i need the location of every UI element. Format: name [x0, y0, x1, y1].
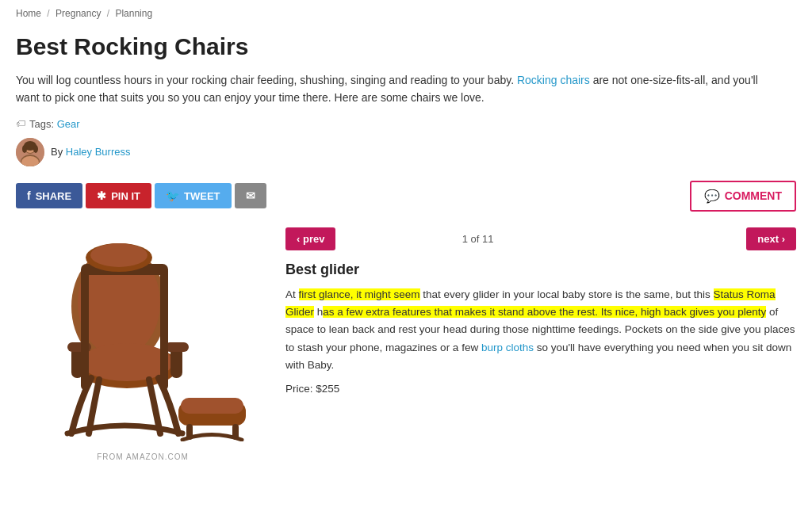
comment-button[interactable]: 💬 COMMENT: [690, 181, 796, 212]
comment-icon: 💬: [704, 189, 720, 204]
author-name: By Haley Burress: [51, 146, 130, 158]
email-share-button[interactable]: ✉: [235, 183, 266, 208]
twitter-icon: 🐦: [166, 189, 179, 202]
svg-rect-17: [160, 267, 168, 390]
svg-rect-22: [181, 398, 243, 414]
next-button[interactable]: next ›: [746, 227, 796, 250]
article-column: ‹ prev 1 of 11 next › Best glider At fir…: [285, 227, 796, 399]
breadcrumb: Home / Pregnancy / Planning: [16, 8, 796, 19]
slide-text: At first glance, it might seem that ever…: [285, 286, 796, 374]
chair-image-wrap: [16, 227, 270, 449]
content-area: FROM AMAZON.COM ‹ prev 1 of 11 next › Be…: [16, 227, 796, 461]
tags-row: 🏷 Tags: Gear: [16, 118, 796, 130]
intro-text: You will log countless hours in your roc…: [16, 71, 777, 107]
image-source-label: FROM AMAZON.COM: [16, 452, 270, 461]
breadcrumb-pregnancy[interactable]: Pregnancy: [56, 8, 101, 19]
author-link[interactable]: Haley Burress: [66, 146, 131, 158]
avatar-image: [16, 138, 44, 166]
breadcrumb-home[interactable]: Home: [16, 8, 41, 19]
pinterest-icon: ✱: [97, 189, 106, 202]
page-title: Best Rocking Chairs: [16, 33, 796, 60]
tag-gear-link[interactable]: Gear: [57, 118, 80, 130]
facebook-icon: f: [27, 189, 31, 202]
chair-image: [24, 227, 262, 441]
slide-title: Best glider: [285, 262, 796, 278]
pinterest-share-button[interactable]: ✱ PIN IT: [86, 183, 151, 208]
author-row: By Haley Burress: [16, 138, 796, 166]
page-indicator: 1 of 11: [462, 233, 494, 245]
svg-point-20: [90, 243, 147, 267]
price-text: Price: $255: [285, 380, 796, 398]
breadcrumb-planning[interactable]: Planning: [115, 8, 152, 19]
svg-rect-15: [165, 342, 189, 352]
avatar: [16, 138, 44, 166]
prev-button[interactable]: ‹ prev: [285, 227, 335, 250]
svg-point-7: [33, 145, 38, 153]
highlight-2: as a few extra features that makes it st…: [323, 306, 766, 318]
burp-cloths-link[interactable]: burp cloths: [481, 342, 534, 353]
share-bar: f SHARE ✱ PIN IT 🐦 TWEET ✉ 💬 COMMENT: [16, 181, 796, 212]
pagination-row: ‹ prev 1 of 11 next ›: [285, 227, 796, 250]
tag-icon: 🏷: [16, 118, 25, 129]
twitter-share-button[interactable]: 🐦 TWEET: [155, 183, 232, 208]
image-column: FROM AMAZON.COM: [16, 227, 270, 461]
highlight-1: first glance, it might seem: [299, 288, 420, 300]
email-icon: ✉: [246, 189, 255, 202]
svg-point-6: [22, 145, 27, 153]
svg-rect-16: [81, 267, 89, 390]
facebook-share-button[interactable]: f SHARE: [16, 183, 82, 208]
rocking-chairs-link[interactable]: Rocking chairs: [517, 74, 590, 86]
